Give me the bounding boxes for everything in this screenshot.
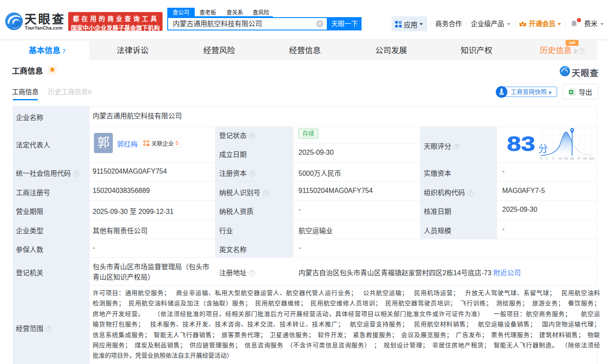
svg-text:65: 65 [570,156,574,160]
svg-text:3: 3 [552,156,555,160]
svg-text:50: 50 [564,156,568,160]
svg-text:97: 97 [577,156,581,160]
svg-text:100: 100 [588,156,594,160]
svg-text:99: 99 [583,156,587,160]
svg-text:0: 0 [540,156,542,160]
svg-text:15: 15 [558,156,562,160]
svg-text:1: 1 [546,156,548,160]
